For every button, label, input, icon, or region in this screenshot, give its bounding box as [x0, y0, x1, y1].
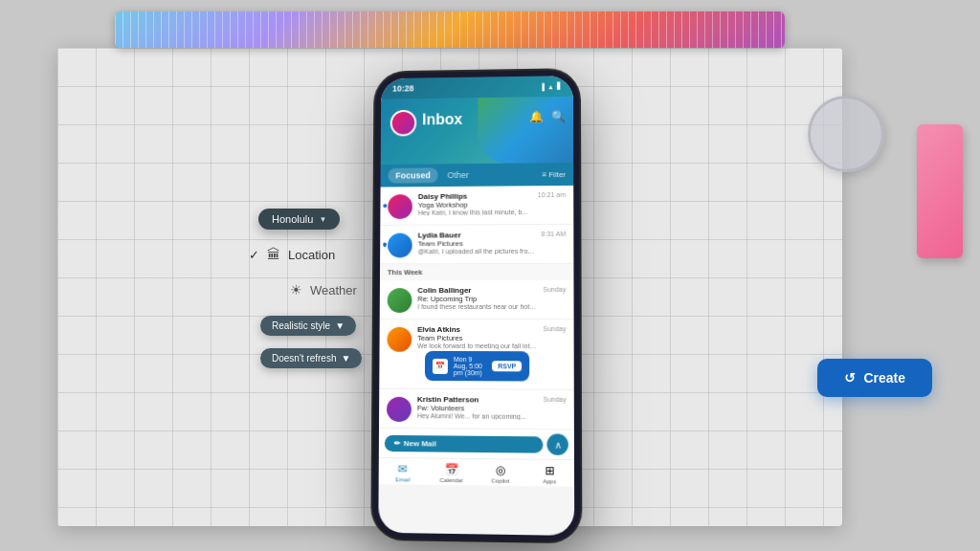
preview-kristin: Hey Alumni! We... for an upcoming... — [417, 412, 538, 420]
time-lydia: 8:31 AM — [541, 231, 566, 257]
avatar-colin — [388, 288, 412, 313]
honolulu-label: Honolulu — [272, 213, 313, 225]
email-list: Daisy Phillips Yoga Workshop Hey Katri, … — [379, 186, 574, 430]
filter-icon: ≡ — [543, 170, 547, 179]
rsvp-button[interactable]: RSVP — [492, 361, 522, 371]
search-icon[interactable]: 🔍 — [551, 110, 566, 123]
new-mail-button[interactable]: ✏ New Mail — [385, 434, 544, 452]
compose-icon: ✏ — [394, 438, 401, 447]
avatar-elvia — [387, 327, 412, 352]
preview-colin: I found these restaurants near our hotel… — [417, 303, 537, 310]
battery-icon: ▋ — [557, 82, 562, 90]
nav-calendar-label: Calendar — [439, 477, 462, 483]
create-button[interactable]: ↺ Create — [817, 359, 932, 397]
email-content-colin: Colin Ballinger Re: Upcoming Trip I foun… — [417, 286, 537, 313]
time-colin: Sunday — [543, 286, 566, 313]
tape-dispenser — [808, 96, 884, 172]
avatar-lydia — [388, 233, 412, 258]
wifi-icon: ▲ — [547, 83, 554, 90]
rsvp-card[interactable]: 📅 Mon 9 Aug, 5:00 pm (30m) RSVP — [425, 351, 530, 382]
email-item-daisy[interactable]: Daisy Phillips Yoga Workshop Hey Katri, … — [380, 186, 573, 226]
email-item-colin[interactable]: Colin Ballinger Re: Upcoming Trip I foun… — [380, 280, 574, 320]
phone-mockup: 10:28 ▐ ▲ ▋ Inbox 🔔 🔍 Focused Other ≡ Fi… — [372, 70, 580, 541]
tab-filter[interactable]: ≡ Filter — [543, 170, 567, 179]
nav-copilot-icon: ◎ — [496, 463, 505, 476]
email-item-elvia[interactable]: Elvia Atkins Team Pictures We look forwa… — [379, 320, 574, 390]
eraser-right — [917, 124, 963, 258]
location-label: Location — [288, 248, 335, 262]
status-icons: ▐ ▲ ▋ — [540, 82, 562, 90]
calendar-icon: 📅 — [433, 358, 448, 373]
dropdown-refresh-arrow-icon: ▼ — [342, 353, 351, 364]
profile-avatar — [390, 110, 417, 137]
time-daisy: 10:21 am — [538, 191, 566, 218]
email-item-kristin[interactable]: Kristin Patterson Fw: Volunteers Hey Alu… — [379, 389, 574, 430]
subject-colin: Re: Upcoming Trip — [417, 295, 537, 303]
header-action-icons: 🔔 🔍 — [529, 110, 566, 123]
header-bg-image — [478, 97, 573, 164]
sender-colin: Colin Ballinger — [417, 286, 537, 295]
email-content-elvia: Elvia Atkins Team Pictures We look forwa… — [417, 325, 538, 384]
email-content-lydia: Lydia Bauer Team Pictures @Katri, I uplo… — [418, 231, 536, 257]
building-icon: 🏛 — [267, 247, 280, 262]
doesnt-refresh-label: Doesn't refresh — [272, 353, 337, 364]
tab-other[interactable]: Other — [442, 167, 475, 183]
nav-apps-icon: ⊞ — [545, 464, 554, 477]
new-mail-label: New Mail — [404, 439, 436, 448]
checkmark-icon: ✓ — [249, 248, 259, 262]
subject-elvia: Team Pictures — [417, 334, 537, 342]
nav-email[interactable]: ✉ Email — [379, 462, 428, 483]
tab-focused[interactable]: Focused — [388, 167, 437, 183]
preview-elvia: We look forward to meeting our fall inte… — [417, 342, 537, 349]
panel-weather[interactable]: ☀ Weather — [263, 282, 357, 298]
avatar-daisy — [388, 194, 412, 219]
time-elvia: Sunday — [544, 325, 567, 384]
bottom-nav: ✉ Email 📅 Calendar ◎ Copilot ⊞ Apps — [379, 457, 574, 487]
rsvp-event-text: Mon 9 Aug, 5:00 pm (30m) — [454, 356, 486, 376]
status-bar: 10:28 ▐ ▲ ▋ — [381, 76, 573, 99]
time-kristin: Sunday — [544, 396, 567, 424]
inbox-title: Inbox — [422, 111, 462, 128]
nav-copilot[interactable]: ◎ Copilot — [476, 463, 524, 484]
preview-daisy: Hey Katri, I know this last minute, but … — [418, 209, 532, 216]
nav-email-label: Email — [395, 476, 410, 482]
panel-honolulu[interactable]: Honolulu ▼ — [258, 209, 340, 230]
new-mail-bar: ✏ New Mail ∧ — [379, 429, 574, 459]
status-time: 10:28 — [392, 83, 414, 93]
subject-lydia: Team Pictures — [418, 239, 536, 248]
nav-calendar[interactable]: 📅 Calendar — [427, 463, 476, 484]
panel-realistic-style[interactable]: Realistic style ▼ — [260, 316, 356, 336]
section-this-week: This Week — [380, 264, 574, 280]
email-header: Inbox 🔔 🔍 — [381, 97, 573, 165]
weather-label: Weather — [310, 283, 357, 298]
panel-doesnt-refresh[interactable]: Doesn't refresh ▼ — [260, 348, 362, 368]
nav-email-icon: ✉ — [398, 462, 408, 475]
create-label: Create — [863, 370, 905, 386]
expand-icon[interactable]: ∧ — [546, 433, 568, 455]
create-icon: ↺ — [844, 370, 856, 386]
dropdown-style-arrow-icon: ▼ — [335, 320, 345, 331]
sun-icon: ☀ — [290, 282, 302, 298]
nav-apps-label: Apps — [543, 478, 556, 484]
filter-label: Filter — [548, 170, 566, 179]
email-content-kristin: Kristin Patterson Fw: Volunteers Hey Alu… — [417, 395, 538, 423]
email-content-daisy: Daisy Phillips Yoga Workshop Hey Katri, … — [418, 191, 532, 219]
phone-screen: 10:28 ▐ ▲ ▋ Inbox 🔔 🔍 Focused Other ≡ Fi… — [378, 76, 574, 536]
panel-location[interactable]: ✓ 🏛 Location — [249, 247, 335, 262]
nav-copilot-label: Copilot — [491, 478, 509, 484]
sender-elvia: Elvia Atkins — [417, 325, 537, 334]
preview-lydia: @Katri, I uploaded all the pictures from… — [418, 248, 536, 254]
ruler-top — [115, 11, 785, 48]
avatar-kristin — [387, 397, 412, 422]
dropdown-arrow-icon: ▼ — [319, 215, 326, 224]
nav-apps[interactable]: ⊞ Apps — [524, 464, 574, 485]
realistic-style-label: Realistic style — [272, 320, 330, 331]
bell-icon[interactable]: 🔔 — [529, 110, 544, 123]
nav-calendar-icon: 📅 — [444, 463, 458, 476]
tab-bar: Focused Other ≡ Filter — [381, 163, 574, 187]
email-item-lydia[interactable]: Lydia Bauer Team Pictures @Katri, I uplo… — [380, 225, 573, 265]
signal-icon: ▐ — [540, 83, 545, 90]
